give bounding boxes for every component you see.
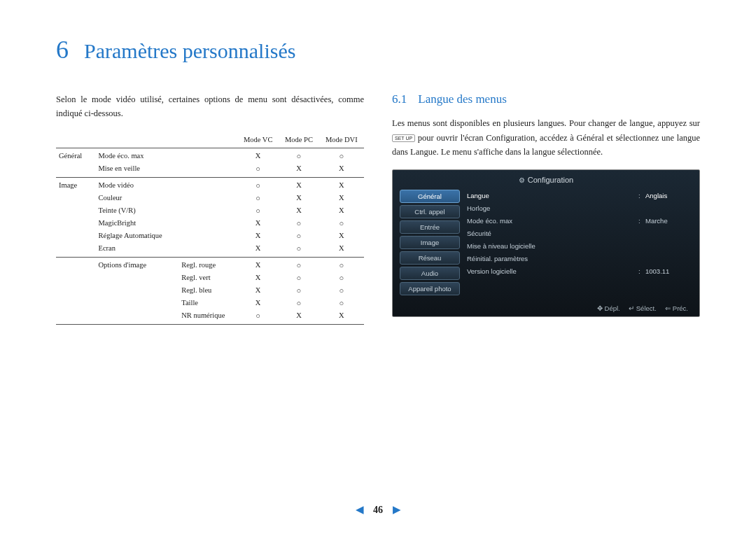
osd-menu-item[interactable]: Ctrl. appel (400, 205, 460, 218)
setup-key: SET UP (392, 134, 415, 143)
page-number: 46 (373, 505, 383, 515)
osd-menu-item[interactable]: Général (400, 190, 460, 203)
section-text: Les menus sont disponibles en plusieurs … (392, 116, 700, 160)
table-row: Mise en veilleXX (56, 162, 364, 178)
col-mode-vc: Mode VC (237, 133, 279, 148)
gear-icon: ⚙ (519, 176, 525, 184)
section-number: 6.1 (392, 92, 407, 106)
osd-menu-item[interactable]: Audio (400, 267, 460, 280)
intro-text: Selon le mode vidéo utilisé, certaines o… (56, 92, 364, 120)
table-row: Teinte (V/R)XX (56, 204, 364, 217)
osd-footer-move: ✥Dépl. (597, 304, 620, 312)
table-row: TailleX (56, 297, 364, 309)
osd-content-row[interactable]: Version logicielle:1003.11 (465, 265, 692, 278)
osd-content-row[interactable]: Mode éco. max:Marche (465, 215, 692, 227)
left-column: Selon le mode vidéo utilisé, certaines o… (56, 92, 364, 325)
osd-content-row[interactable]: Réinitial. paramètres (465, 253, 692, 265)
osd-footer-select: ↵Sélect. (629, 304, 657, 312)
table-row: GénéralMode éco. maxX (56, 148, 364, 163)
table-row: Regl. vertX (56, 272, 364, 284)
move-icon: ✥ (597, 304, 603, 312)
table-row: Options d'imageRegl. rougeX (56, 258, 364, 272)
prev-icon: ⇐ (665, 304, 671, 312)
osd-content-row[interactable]: Horloge (465, 202, 692, 215)
osd-menu-item[interactable]: Entrée (400, 220, 460, 234)
col-mode-pc: Mode PC (279, 133, 318, 148)
section-title: Langue des menus (418, 92, 507, 106)
osd-content-row[interactable]: Sécurité (465, 227, 692, 240)
table-row: Réglage AutomatiqueXX (56, 230, 364, 242)
osd-content-row[interactable]: Mise à niveau logicielle (465, 240, 692, 253)
osd-menu-item[interactable]: Appareil photo (400, 282, 460, 295)
pager: ◀ 46 ▶ (0, 503, 756, 516)
table-row: MagicBrightX (56, 217, 364, 230)
osd-footer: ✥Dépl. ↵Sélect. ⇐Préc. (400, 300, 692, 312)
chapter-title: Paramètres personnalisés (84, 39, 295, 63)
osd-content-row[interactable]: Langue:Anglais (465, 190, 692, 202)
table-row: Regl. bleuX (56, 284, 364, 297)
osd-menu-item[interactable]: Image (400, 236, 460, 249)
chapter-header: 6 Paramètres personnalisés (56, 35, 700, 64)
osd-screenshot: ⚙Configuration GénéralCtrl. appelEntréeI… (392, 169, 700, 317)
osd-title: ⚙Configuration (400, 176, 692, 184)
osd-menu-item[interactable]: Réseau (400, 251, 460, 265)
table-row: CouleurXX (56, 192, 364, 204)
select-icon: ↵ (629, 304, 634, 312)
osd-content: Langue:AnglaisHorlogeMode éco. max:March… (465, 190, 692, 297)
col-mode-dvi: Mode DVI (319, 133, 364, 148)
osd-menu: GénéralCtrl. appelEntréeImageRéseauAudio… (400, 190, 460, 297)
chapter-number: 6 (56, 35, 69, 64)
prev-page-arrow[interactable]: ◀ (349, 504, 371, 515)
table-row: NR numériqueXX (56, 309, 364, 325)
right-column: 6.1 Langue des menus Les menus sont disp… (392, 92, 700, 325)
table-row: ImageMode vidéoXX (56, 178, 364, 192)
next-page-arrow[interactable]: ▶ (386, 504, 408, 515)
osd-footer-prev: ⇐Préc. (665, 304, 688, 312)
section-heading: 6.1 Langue des menus (392, 92, 700, 106)
table-row: EcranXX (56, 242, 364, 258)
options-table: Mode VC Mode PC Mode DVI GénéralMode éco… (56, 133, 364, 325)
